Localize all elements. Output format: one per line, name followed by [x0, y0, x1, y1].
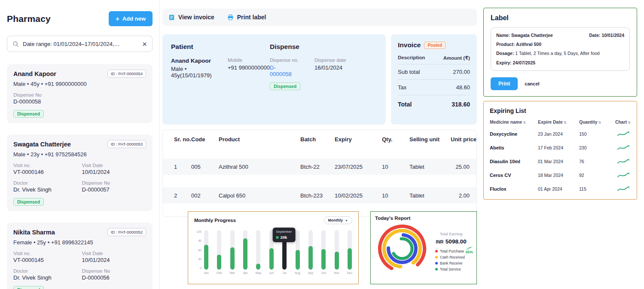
bar-feb[interactable]: Feb: [217, 230, 222, 274]
patient-id-chip: ID : PAT-0000053: [107, 140, 146, 148]
monthly-progress-title: Monthly Progress: [194, 218, 236, 223]
expiring-row[interactable]: Abetis17 Feb 2024230: [490, 141, 631, 155]
patient-meta: Male • 45y • +91 9900000000: [13, 81, 146, 87]
bar-sep[interactable]: Sep: [308, 230, 313, 274]
expiring-row[interactable]: Cerox CV18 Mar 202492: [490, 168, 631, 182]
expiring-row[interactable]: Diasulin 10ml01 Mar 202476: [490, 155, 631, 168]
dispense-no-link[interactable]: D-0000058: [270, 64, 296, 77]
patient-fields: Dispense No D-0000058: [13, 92, 146, 105]
view-invoice-label: View invoice: [178, 14, 214, 21]
clear-filter-icon[interactable]: ×: [142, 40, 147, 48]
cell-sr: 2: [174, 192, 191, 199]
sort-header-quantity[interactable]: Quantity⇅: [579, 119, 613, 125]
bar-mar[interactable]: Mar: [230, 230, 235, 274]
cell-product: Calpol 650: [219, 192, 300, 199]
printer-icon: [227, 14, 234, 21]
sparkline-chart: [617, 158, 631, 164]
dispense-date-label: Dispense date: [314, 58, 346, 63]
medicine-name: Abetis: [490, 145, 538, 150]
medicine-name: Doxycycline: [490, 131, 538, 137]
y-tick: 120: [194, 230, 201, 233]
status-badge: Dispensed: [13, 110, 44, 118]
item-row[interactable]: 2 002 Calpol 650 Btch-223 10/02/2025 10 …: [163, 187, 476, 204]
x-tick: Oct: [321, 271, 326, 274]
field-label: Doctor: [13, 268, 78, 274]
field-value: D-0000058: [13, 98, 146, 105]
sort-icon: ⇅: [564, 121, 567, 125]
view-invoice-button[interactable]: View invoice: [168, 14, 214, 21]
monthly-yaxis: 1209060300: [194, 230, 204, 270]
patient-card[interactable]: Anand Kapoor ID : PAT-0000054 Male • 45y…: [7, 64, 153, 123]
x-tick: Jun: [269, 271, 274, 274]
field: Visit Date 10/01/2024: [82, 163, 147, 175]
expire-date: 01 Apr 2024: [538, 186, 579, 192]
invoice-row-label: Sub total: [398, 69, 420, 75]
chevron-down-icon: ▼: [345, 219, 348, 222]
patient-name: Anand Kapoor: [171, 58, 222, 64]
patient-card[interactable]: Nikita Sharma ID : PAT-0000052 Female • …: [7, 222, 153, 289]
patient-card[interactable]: Swagata Chatterjee ID : PAT-0000053 Male…: [7, 134, 153, 211]
sort-header-chart[interactable]: Chart⇅: [615, 119, 631, 125]
y-tick: 60: [194, 249, 201, 252]
cell-batch: Btch-223: [300, 192, 335, 199]
cancel-button[interactable]: cancel: [525, 81, 539, 86]
label-name-row: Name: Swagata Chatterjee: [496, 32, 553, 39]
sparkline-chart: [617, 186, 631, 192]
patient-name: Nikita Sharma: [13, 229, 55, 236]
currency: INR: [436, 239, 443, 244]
items-table: Sr. no. Code Product Batch Expiry Qty. S…: [162, 130, 477, 217]
print-label-label: Print label: [237, 14, 266, 21]
period-selector[interactable]: Monthly ▼: [324, 216, 352, 224]
patient-meta: Female • 25y • +91 8996322145: [13, 239, 146, 246]
expiring-row[interactable]: Doxycycline23 Jan 2024150: [490, 127, 631, 141]
expiring-list-panel: Expiring List Medicine name⇅ Expire Date…: [483, 101, 637, 200]
col-header: Unit price: [451, 136, 476, 143]
bar-dec[interactable]: Dec: [347, 230, 352, 274]
field-value: VT-0000145: [13, 257, 78, 263]
sparkline-chart: [617, 131, 631, 137]
field-label: Dispense No: [13, 92, 146, 97]
todays-report-panel: Today's Report Total Earning INR 5098.00…: [370, 211, 477, 284]
field: Dispense No D-0000057: [82, 180, 147, 193]
expiring-list-title: Expiring List: [490, 107, 631, 114]
col-header: Qty.: [382, 136, 409, 143]
expiring-row[interactable]: Fluclox01 Apr 2024115: [490, 182, 631, 196]
col-header: Selling unit: [409, 136, 451, 143]
cell-product: Azithral 500: [219, 164, 300, 170]
field-value: D-0000057: [82, 186, 147, 193]
label-date-row: Date: 10/01/2024: [589, 32, 624, 39]
patient-section: Patient Anand Kapoor Male • 45y(15/01/19…: [171, 43, 270, 116]
field-label: Doctor: [13, 180, 78, 186]
item-row[interactable]: 1 005 Azithral 500 Btch-22 23/07/2025 10…: [163, 158, 476, 175]
cell-expiry: 10/02/2025: [335, 192, 382, 199]
bar-aug[interactable]: Aug: [295, 230, 300, 274]
total-earning-value: INR 5098.00: [430, 237, 472, 245]
dosage-value: 1 Tablet, 2 Times a day, 5 Days, After f…: [515, 51, 599, 56]
patient-meta: Male • 23y • +91 9752584526: [13, 151, 146, 158]
x-tick: Dec: [347, 271, 352, 274]
print-label-button[interactable]: Print label: [227, 14, 266, 21]
invoice-icon: [168, 14, 175, 21]
sort-icon: ⇅: [628, 121, 631, 125]
bar-apr[interactable]: Apr: [243, 230, 248, 274]
field: Visit Date 10/01/2024: [82, 251, 147, 263]
field-value: Dr. Vivek Singh: [13, 186, 78, 193]
name-value: Swagata Chatterjee: [511, 33, 553, 38]
bar-oct[interactable]: Oct: [321, 230, 326, 274]
tooltip-value: 20k: [280, 235, 287, 240]
add-new-button[interactable]: + Add new: [109, 11, 153, 26]
tooltip-label: September: [276, 230, 292, 234]
legend-item: Bank Receive: [435, 261, 472, 265]
bar-nov[interactable]: Nov: [334, 230, 339, 274]
bar-jan[interactable]: Jan: [204, 230, 209, 274]
bar-may[interactable]: May: [256, 230, 261, 274]
sort-icon: ⇅: [598, 121, 601, 125]
total-earning-label: Total Earning: [430, 232, 472, 236]
invoice-title: Invoice: [398, 41, 421, 49]
medicine-name: Cerox CV: [490, 173, 538, 178]
print-button[interactable]: Print: [491, 77, 518, 90]
sort-header-medicine[interactable]: Medicine name⇅: [490, 119, 538, 125]
date-range-filter-input[interactable]: Date range: 01/01/2024–17/01/2024,… ×: [7, 36, 153, 52]
invoice-row: Tax 48.60: [398, 80, 470, 95]
sort-header-expire-date[interactable]: Expire Date⇅: [538, 119, 579, 125]
